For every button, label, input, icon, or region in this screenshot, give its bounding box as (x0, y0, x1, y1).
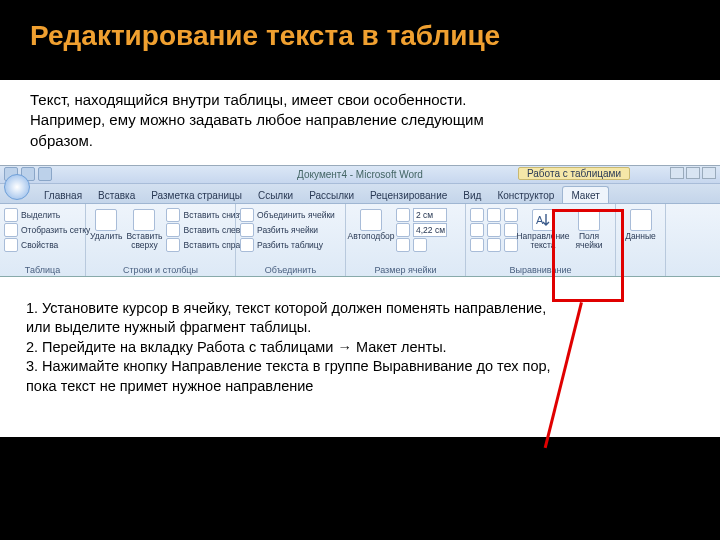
distribute-rows-icon (396, 238, 410, 252)
cell-margins-icon (578, 209, 600, 231)
height-icon (396, 208, 410, 222)
steps-block: 1. Установите курсор в ячейку, текст кот… (0, 277, 720, 437)
group-cell-size: Автоподбор 2 см 4,22 см Размер ячейки (346, 204, 466, 276)
tab-references[interactable]: Ссылки (250, 187, 301, 203)
delete-icon (95, 209, 117, 231)
select-button[interactable]: Выделить (4, 208, 90, 222)
distribute-cols-icon (413, 238, 427, 252)
ribbon-tabs: Главная Вставка Разметка страницы Ссылки… (0, 184, 720, 204)
contextual-tab-title: Работа с таблицами (518, 167, 630, 180)
maximize-icon[interactable] (686, 167, 700, 179)
group-data-label (620, 274, 661, 275)
properties-button[interactable]: Свойства (4, 238, 90, 252)
close-icon[interactable] (702, 167, 716, 179)
group-rows-cols: Удалить Вставить сверху Вставить снизу В… (86, 204, 236, 276)
split-table-icon (240, 238, 254, 252)
row-height-input[interactable]: 2 см (396, 208, 447, 222)
tab-review[interactable]: Рецензирование (362, 187, 455, 203)
width-icon (396, 223, 410, 237)
align-ml-icon[interactable] (470, 223, 484, 237)
group-table: Выделить Отобразить сетку Свойства Табли… (0, 204, 86, 276)
align-bl-icon[interactable] (470, 238, 484, 252)
office-button-icon[interactable] (4, 174, 30, 200)
cursor-icon (4, 208, 18, 222)
tab-view[interactable]: Вид (455, 187, 489, 203)
split-cells-button[interactable]: Разбить ячейки (240, 223, 335, 237)
slide: Редактирование текста в таблице Текст, н… (0, 0, 720, 540)
intro-block: Текст, находящийся внутри таблицы, имеет… (0, 80, 720, 165)
text-direction-icon: A (532, 209, 554, 231)
title-bar: Редактирование текста в таблице (0, 0, 720, 62)
split-cells-icon (240, 223, 254, 237)
ribbon-groups: Выделить Отобразить сетку Свойства Табли… (0, 204, 720, 276)
delete-button[interactable]: Удалить (90, 207, 122, 241)
group-alignment: A Направление текста Поля ячейки Выравни… (466, 204, 616, 276)
svg-text:A: A (536, 214, 544, 226)
tab-page-layout[interactable]: Разметка страницы (143, 187, 250, 203)
slide-title: Редактирование текста в таблице (30, 20, 690, 52)
insert-left-icon (166, 223, 180, 237)
group-table-label: Таблица (4, 264, 81, 275)
tab-layout[interactable]: Макет (562, 186, 608, 203)
align-tc-icon[interactable] (487, 208, 501, 222)
window-buttons (670, 167, 716, 179)
merge-icon (240, 208, 254, 222)
align-mc-icon[interactable] (487, 223, 501, 237)
step-3a: 3. Нажимайте кнопку Направление текста в… (26, 357, 694, 377)
intro-line-3: образом. (30, 131, 690, 151)
step-3b: пока текст не примет нужное направление (26, 377, 694, 397)
insert-above-button[interactable]: Вставить сверху (126, 207, 162, 250)
group-rows-cols-label: Строки и столбцы (90, 264, 231, 275)
intro-line-2: Например, ему можно задавать любое напра… (30, 110, 690, 130)
alignment-grid[interactable] (470, 207, 518, 252)
grid-icon (4, 223, 18, 237)
step-1a: 1. Установите курсор в ячейку, текст кот… (26, 299, 694, 319)
document-title: Документ4 - Microsoft Word (297, 169, 423, 180)
minimize-icon[interactable] (670, 167, 684, 179)
align-tr-icon[interactable] (504, 208, 518, 222)
group-alignment-label: Выравнивание (470, 264, 611, 275)
step-1b: или выделите нужный фрагмент таблицы. (26, 318, 694, 338)
group-data: Данные (616, 204, 666, 276)
insert-below-icon (166, 208, 180, 222)
tab-insert[interactable]: Вставка (90, 187, 143, 203)
step-2: 2. Перейдите на вкладку Работа с таблица… (26, 338, 694, 358)
redo-icon[interactable] (38, 167, 52, 181)
align-tl-icon[interactable] (470, 208, 484, 222)
merge-cells-button[interactable]: Объединить ячейки (240, 208, 335, 222)
show-grid-button[interactable]: Отобразить сетку (4, 223, 90, 237)
data-icon (630, 209, 652, 231)
col-width-input[interactable]: 4,22 см (396, 223, 447, 237)
window-titlebar: Документ4 - Microsoft Word Работа с табл… (0, 166, 720, 184)
properties-icon (4, 238, 18, 252)
autofit-button[interactable]: Автоподбор (350, 207, 392, 241)
group-merge-label: Объединить (240, 264, 341, 275)
insert-right-icon (166, 238, 180, 252)
group-cell-size-label: Размер ячейки (350, 264, 461, 275)
split-table-button[interactable]: Разбить таблицу (240, 238, 335, 252)
cell-margins-button[interactable]: Поля ячейки (568, 207, 610, 250)
tab-home[interactable]: Главная (36, 187, 90, 203)
text-direction-button[interactable]: A Направление текста (522, 207, 564, 250)
group-merge: Объединить ячейки Разбить ячейки Разбить… (236, 204, 346, 276)
data-button[interactable]: Данные (620, 207, 661, 241)
tab-mailings[interactable]: Рассылки (301, 187, 362, 203)
word-ribbon: Документ4 - Microsoft Word Работа с табл… (0, 165, 720, 277)
tab-design[interactable]: Конструктор (489, 187, 562, 203)
insert-above-icon (133, 209, 155, 231)
align-bc-icon[interactable] (487, 238, 501, 252)
distribute-row[interactable] (396, 238, 447, 252)
ribbon-screenshot: Документ4 - Microsoft Word Работа с табл… (0, 165, 720, 277)
intro-line-1: Текст, находящийся внутри таблицы, имеет… (30, 90, 690, 110)
autofit-icon (360, 209, 382, 231)
